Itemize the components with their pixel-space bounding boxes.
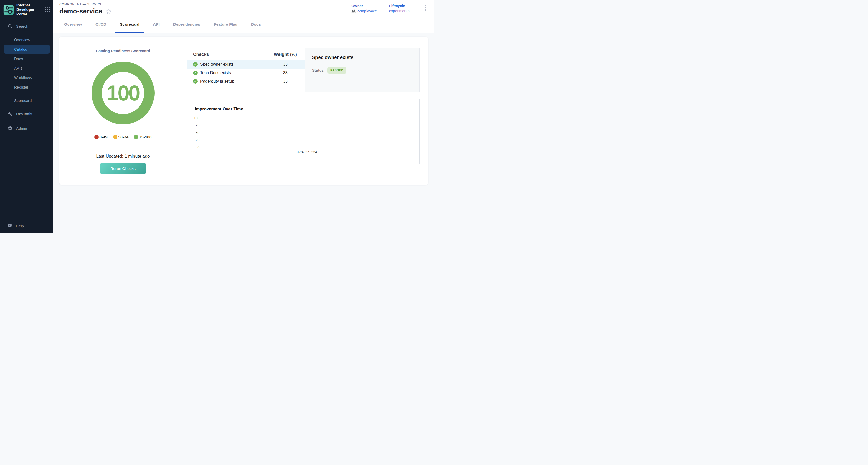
legend-item-mid: 50-74: [113, 135, 129, 140]
legend-item-high: 75-100: [134, 135, 151, 140]
checks-table-header: Checks Weight (%): [187, 48, 305, 60]
check-weight: 33: [269, 70, 302, 75]
tab-feature-flag[interactable]: Feature Flag: [209, 16, 243, 33]
owner-value[interactable]: ccmplayacc: [351, 9, 377, 13]
more-options-kebab-icon[interactable]: [423, 4, 428, 12]
lifecycle-label: Lifecycle: [389, 4, 410, 8]
weight-header: Weight (%): [269, 52, 302, 57]
check-detail-panel: Spec owner exists Status: PASSED: [305, 48, 420, 92]
sidebar-item-devtools[interactable]: DevTools: [4, 109, 50, 118]
check-weight: 33: [269, 79, 302, 84]
check-circle-icon: ✓: [193, 70, 197, 75]
sidebar-divider: [11, 33, 41, 33]
sidebar-help-label: Help: [16, 224, 24, 228]
x-tick-timestamp: 07:49:29.224: [297, 150, 317, 154]
sidebar-item-workflows[interactable]: Workflows: [4, 73, 50, 82]
sidebar-item-register[interactable]: Register: [4, 83, 50, 92]
score-ring-gauge: 100: [92, 62, 155, 124]
legend-green-dot: [134, 135, 138, 139]
sidebar-spacer: [0, 133, 53, 219]
owner-label: Owner: [351, 4, 377, 8]
svg-text:?: ?: [9, 224, 10, 226]
status-badge: PASSED: [328, 67, 346, 74]
gear-icon: [8, 126, 14, 131]
entity-tabs: Overview CI/CD Scorecard API Dependencie…: [53, 16, 434, 33]
legend-red-dot: [94, 135, 98, 139]
improvement-chart: Improvement Over Time 100 75 50 25 0 07:…: [187, 98, 420, 164]
status-row: Status: PASSED: [312, 67, 412, 74]
rerun-checks-button[interactable]: Rerun Checks: [100, 163, 146, 174]
page-title: demo-service: [59, 7, 102, 15]
last-updated-text: Last Updated: 1 minute ago: [96, 154, 150, 159]
check-row-pagerduty[interactable]: ✓ Pagerduty is setup 33: [187, 77, 305, 86]
scorecard-content: Catalog Readiness Scorecard 100 0-49 50-…: [53, 33, 434, 232]
status-label: Status:: [312, 68, 324, 73]
check-weight: 33: [269, 62, 302, 67]
sidebar-item-docs[interactable]: Docs: [4, 54, 50, 63]
app-logo-icon[interactable]: [3, 5, 14, 15]
tab-api[interactable]: API: [148, 16, 165, 33]
sidebar-item-apis[interactable]: APIs: [4, 64, 50, 73]
sidebar-admin-label: Admin: [16, 126, 27, 130]
sidebar: Internal Developer Portal Search Overvie…: [0, 0, 53, 232]
tab-dependencies[interactable]: Dependencies: [168, 16, 205, 33]
sidebar-header: Internal Developer Portal: [0, 0, 53, 19]
y-tick-0: 0: [187, 145, 199, 149]
sidebar-search-label: Search: [16, 24, 29, 29]
checks-column: Checks Weight (%) ✓ Spec owner exists 33: [187, 37, 428, 185]
check-row-spec-owner[interactable]: ✓ Spec owner exists 33: [187, 60, 305, 68]
sidebar-accent-rule: [4, 20, 50, 20]
favorite-star-icon[interactable]: [105, 8, 112, 14]
sidebar-devtools-label: DevTools: [16, 112, 32, 116]
check-row-tech-docs[interactable]: ✓ Tech Docs exists 33: [187, 68, 305, 77]
sidebar-item-help[interactable]: ? Help: [0, 219, 53, 232]
legend-yellow-dot: [113, 135, 117, 139]
legend-item-low: 0-49: [94, 135, 107, 140]
checks-table: Checks Weight (%) ✓ Spec owner exists 33: [187, 48, 305, 92]
score-legend: 0-49 50-74 75-100: [94, 135, 152, 140]
y-tick-50: 50: [187, 131, 199, 135]
sidebar-search[interactable]: Search: [4, 22, 50, 31]
chart-title: Improvement Over Time: [195, 106, 243, 112]
entity-header: COMPONENT — SERVICE demo-service Owner c…: [53, 0, 434, 16]
app-title: Internal Developer Portal: [17, 3, 45, 17]
y-tick-75: 75: [187, 123, 199, 127]
tab-docs[interactable]: Docs: [246, 16, 266, 33]
check-circle-icon: ✓: [193, 62, 197, 67]
group-icon: [351, 9, 356, 13]
wrench-icon: [8, 112, 14, 116]
lifecycle-value[interactable]: experimental: [389, 9, 410, 13]
checks-header: Checks: [193, 52, 269, 57]
scorecard-card: Catalog Readiness Scorecard 100 0-49 50-…: [59, 37, 428, 185]
checks-panel: Checks Weight (%) ✓ Spec owner exists 33: [187, 48, 420, 92]
sidebar-item-catalog[interactable]: Catalog: [4, 45, 50, 54]
y-tick-25: 25: [187, 138, 199, 142]
score-value: 100: [106, 81, 140, 105]
check-circle-icon: ✓: [193, 79, 197, 84]
sidebar-divider: [11, 94, 41, 94]
help-chat-icon: ?: [7, 223, 13, 228]
sidebar-item-admin[interactable]: Admin: [4, 124, 50, 133]
tab-overview[interactable]: Overview: [59, 16, 87, 33]
apps-grid-icon[interactable]: [45, 7, 50, 12]
lifecycle-block: Lifecycle experimental: [389, 4, 410, 13]
score-gauge-column: Catalog Readiness Scorecard 100 0-49 50-…: [59, 37, 187, 185]
owner-block: Owner ccmplayacc: [351, 4, 377, 13]
check-detail-title: Spec owner exists: [312, 55, 412, 60]
main-area: COMPONENT — SERVICE demo-service Owner c…: [53, 0, 434, 232]
search-icon: [8, 24, 14, 29]
breadcrumb: COMPONENT — SERVICE: [59, 3, 112, 6]
sidebar-item-overview[interactable]: Overview: [4, 35, 50, 44]
tab-scorecard[interactable]: Scorecard: [115, 16, 145, 33]
scorecard-title: Catalog Readiness Scorecard: [96, 49, 150, 53]
sidebar-item-scorecard[interactable]: Scorecard: [4, 96, 50, 105]
y-tick-100: 100: [187, 116, 199, 120]
tab-cicd[interactable]: CI/CD: [90, 16, 112, 33]
